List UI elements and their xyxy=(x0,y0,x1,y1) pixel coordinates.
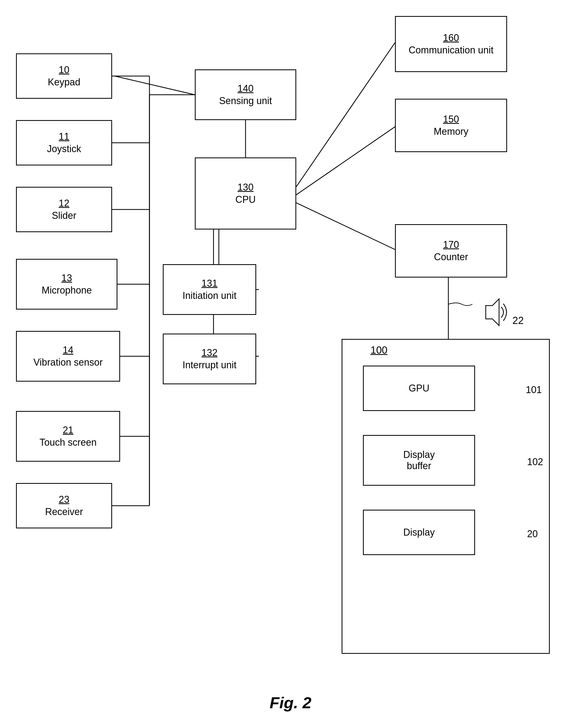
receiver-box: 23 Receiver xyxy=(16,483,112,528)
keypad-label: Keypad xyxy=(48,77,80,88)
svg-line-0 xyxy=(115,76,195,95)
counter-id: 170 xyxy=(443,239,459,250)
sensing-box: 140 Sensing unit xyxy=(195,69,296,120)
comm-label: Communication unit xyxy=(408,45,494,56)
interrupt-label: Interrupt unit xyxy=(183,360,236,371)
receiver-label: Receiver xyxy=(45,506,83,517)
svg-line-16 xyxy=(296,127,395,195)
counter-label: Counter xyxy=(434,251,468,263)
displaybuffer-label: Displaybuffer xyxy=(403,449,435,471)
initiation-box: 131 Initiation unit xyxy=(163,264,256,315)
vibration-label: Vibration sensor xyxy=(33,357,103,368)
gpu-id-label: 101 xyxy=(526,384,542,395)
figure-caption: Fig. 2 xyxy=(269,694,312,712)
svg-line-15 xyxy=(296,43,395,187)
display-label: Display xyxy=(403,527,435,538)
touchscreen-box: 21 Touch screen xyxy=(16,411,120,462)
joystick-box: 11 Joystick xyxy=(16,120,112,165)
diagram: 10 Keypad 11 Joystick 12 Slider 13 Micro… xyxy=(0,0,581,728)
gpu-label: GPU xyxy=(408,383,429,394)
interrupt-id: 132 xyxy=(202,347,217,358)
device100-id: 100 xyxy=(370,344,387,356)
keypad-box: 10 Keypad xyxy=(16,53,112,99)
touchscreen-id: 21 xyxy=(63,424,73,436)
microphone-label: Microphone xyxy=(42,285,92,296)
comm-id: 160 xyxy=(443,32,459,44)
memory-label: Memory xyxy=(434,126,468,137)
displaybuffer-id-label: 102 xyxy=(527,456,543,468)
memory-box: 150 Memory xyxy=(395,99,507,152)
svg-marker-23 xyxy=(486,299,499,326)
microphone-id: 13 xyxy=(61,272,72,284)
vibration-box: 14 Vibration sensor xyxy=(16,331,120,382)
comm-box: 160 Communication unit xyxy=(395,16,507,72)
display-box: Display xyxy=(363,510,475,555)
cpu-id: 130 xyxy=(238,182,254,193)
vibration-id: 14 xyxy=(63,344,73,356)
sensing-id: 140 xyxy=(238,83,254,94)
joystick-id: 11 xyxy=(59,131,70,142)
memory-id: 150 xyxy=(443,114,459,125)
touchscreen-label: Touch screen xyxy=(39,437,97,448)
speaker-icon xyxy=(478,293,510,331)
gpu-box: GPU xyxy=(363,366,475,411)
initiation-label: Initiation unit xyxy=(183,290,236,301)
sensing-label: Sensing unit xyxy=(219,95,272,106)
joystick-label: Joystick xyxy=(47,143,81,155)
receiver-id: 23 xyxy=(59,494,70,505)
displaybuffer-box: Displaybuffer xyxy=(363,435,475,486)
slider-label: Slider xyxy=(52,210,76,221)
initiation-id: 131 xyxy=(202,278,217,289)
keypad-id: 10 xyxy=(59,64,70,76)
interrupt-box: 132 Interrupt unit xyxy=(163,334,256,384)
slider-box: 12 Slider xyxy=(16,187,112,232)
slider-id: 12 xyxy=(59,198,70,209)
microphone-box: 13 Microphone xyxy=(16,259,117,310)
svg-line-17 xyxy=(296,203,395,250)
label-22: 22 xyxy=(512,315,524,327)
cpu-box: 130 CPU xyxy=(195,157,296,230)
cpu-label: CPU xyxy=(235,194,256,205)
counter-box: 170 Counter xyxy=(395,224,507,278)
display-id-label: 20 xyxy=(527,528,538,540)
